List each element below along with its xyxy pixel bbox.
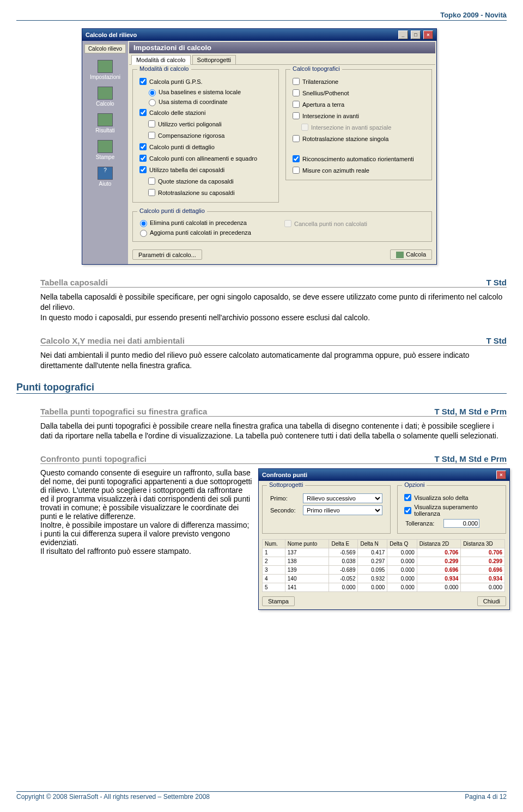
chk-rototraslazione-singola[interactable]: Rototraslazione stazione singola bbox=[290, 133, 427, 144]
select-primo[interactable]: Rilievo successivo bbox=[303, 493, 382, 503]
heading-punti-topografici: Punti topografici bbox=[16, 382, 507, 394]
chk-punti-dettaglio[interactable]: Calcolo punti di dettaglio bbox=[137, 142, 274, 152]
screenshot-calcolo-rilievo: Calcolo del rilievo _ □ × Calcolo riliev… bbox=[82, 28, 507, 265]
settings-icon bbox=[98, 60, 113, 73]
chk-intersezione-avanti[interactable]: Intersezione in avanti bbox=[290, 111, 427, 121]
chk-apertura-terra[interactable]: Apertura a terra bbox=[290, 99, 427, 109]
group-legend: Sottoprogetti bbox=[267, 481, 305, 488]
chk-riconoscimento[interactable]: Riconoscimento automatico riorientamenti bbox=[290, 154, 427, 164]
chk-rototraslazione[interactable]: Rototraslazione su caposaldi bbox=[146, 187, 274, 198]
chk-calcola-gps[interactable]: Calcola punti G.P.S. bbox=[137, 76, 274, 87]
window-title: Calcolo del rilievo bbox=[86, 32, 137, 38]
group-opzioni: Opzioni Visualizza solo delta Visualizza… bbox=[397, 485, 506, 534]
col-d2d[interactable]: Distanza 2D bbox=[417, 540, 461, 548]
table-row[interactable]: 4140-0.0520.9320.0000.9340.934 bbox=[263, 575, 505, 583]
col-dn[interactable]: Delta N bbox=[358, 540, 387, 548]
group-punti-dettaglio: Calcolo punti di dettaglio Elimina punti… bbox=[132, 211, 432, 242]
col-nome[interactable]: Nome punto bbox=[285, 540, 329, 548]
window-titlebar[interactable]: Calcolo del rilievo _ □ × bbox=[82, 29, 436, 41]
sidebar-item-impostazioni[interactable]: Impostazioni bbox=[86, 59, 124, 80]
print-icon bbox=[98, 140, 113, 153]
label-primo: Primo: bbox=[270, 495, 303, 502]
sidebar-item-risultati[interactable]: Risultati bbox=[86, 112, 124, 133]
results-icon bbox=[98, 113, 113, 126]
radio-sistema-coord[interactable]: Usa sistema di coordinate bbox=[146, 97, 274, 106]
chk-cancella-non-calcolati: Cancella punti non calcolati bbox=[282, 218, 427, 229]
table-row[interactable]: 1137-0.5690.4170.0000.7060.706 bbox=[263, 548, 505, 557]
window-buttons: _ □ × bbox=[397, 30, 433, 39]
chk-intersezione-spaziale: Intersezione in avanti spaziale bbox=[299, 122, 427, 132]
btn-chiudi[interactable]: Chiudi bbox=[477, 596, 506, 606]
chk-trilaterazione[interactable]: Trilaterazione bbox=[290, 76, 427, 87]
sidebar-item-aiuto[interactable]: ?Aiuto bbox=[86, 166, 124, 187]
help-icon: ? bbox=[98, 167, 113, 180]
result-table: Num. Nome punto Delta E Delta N Delta Q … bbox=[262, 539, 505, 592]
label-secondo: Secondo: bbox=[270, 507, 303, 514]
group-legend: Modalità di calcolo bbox=[137, 65, 191, 72]
dialog-confronto-punti: Confronto punti × Sottoprogetti Primo: R… bbox=[258, 468, 510, 610]
heading-calcolo-xy: Calcolo X,Y media nei dati ambientaliT S… bbox=[40, 336, 507, 346]
sidebar-item-stampe[interactable]: Stampe bbox=[86, 139, 124, 160]
maximize-button[interactable]: □ bbox=[411, 30, 421, 39]
heading-tabella-punti: Tabella punti topografici su finestra gr… bbox=[40, 407, 507, 417]
chk-visualizza-tolleranza[interactable]: Visualizza superamento tolleranza bbox=[402, 504, 501, 517]
col-d3d[interactable]: Distanza 3D bbox=[461, 540, 505, 548]
table-row[interactable]: 21380.0380.2970.0000.2990.299 bbox=[263, 557, 505, 566]
table-row[interactable]: 3139-0.6890.0950.0000.6960.696 bbox=[263, 566, 505, 575]
chk-allineamenti-squadro[interactable]: Calcolo punti con allineamenti e squadro bbox=[137, 153, 274, 163]
calc-icon bbox=[98, 87, 113, 100]
close-button[interactable]: × bbox=[423, 30, 433, 39]
window-titlebar[interactable]: Confronto punti × bbox=[259, 469, 509, 481]
group-legend: Calcolo punti di dettaglio bbox=[137, 207, 207, 214]
tab-bar: Modalità di calcolo Sottoprogetti bbox=[129, 54, 435, 65]
heading-confronto-punti: Confronto punti topograficiT Std, M Std … bbox=[40, 454, 507, 464]
btn-stampa[interactable]: Stampa bbox=[262, 596, 295, 606]
sidebar: Calcolo rilievo Impostazioni Calcolo Ris… bbox=[82, 41, 128, 264]
chk-visualizza-delta[interactable]: Visualizza solo delta bbox=[402, 492, 501, 503]
close-button[interactable]: × bbox=[496, 471, 506, 479]
doc-header: Topko 2009 - Novità bbox=[16, 11, 507, 21]
table-row[interactable]: 51410.0000.0000.0000.0000.000 bbox=[263, 583, 505, 592]
col-de[interactable]: Delta E bbox=[329, 540, 358, 548]
btn-parametri-calcolo[interactable]: Parametri di calcolo... bbox=[132, 249, 202, 260]
col-num[interactable]: Num. bbox=[263, 540, 285, 548]
badge-tstd: T Std bbox=[486, 278, 507, 287]
input-tolleranza[interactable] bbox=[443, 519, 479, 528]
radio-aggiorna-punti[interactable]: Aggiorna punti calcolati in precedenza bbox=[137, 228, 282, 237]
chk-snellius[interactable]: Snellius/Pothenot bbox=[290, 88, 427, 98]
body-text: Nei dati ambientali il punto medio del r… bbox=[40, 350, 507, 371]
minimize-button[interactable]: _ bbox=[398, 30, 408, 39]
chk-tabella-caposaldi[interactable]: Utilizzo tabella dei caposaldi bbox=[137, 164, 274, 175]
badge-version: T Std, M Std e Prm bbox=[434, 407, 507, 416]
col-dq[interactable]: Delta Q bbox=[387, 540, 417, 548]
heading-tabella-caposaldi: Tabella caposaldiT Std bbox=[40, 278, 507, 288]
label-tolleranza: Tolleranza: bbox=[405, 520, 443, 527]
chk-quote-stazione[interactable]: Quote stazione da caposaldi bbox=[146, 176, 274, 186]
chk-azimuth-reale[interactable]: Misure con azimuth reale bbox=[290, 165, 427, 175]
sidebar-btn-calcolo-rilievo[interactable]: Calcolo rilievo bbox=[84, 44, 126, 53]
select-secondo[interactable]: Primo rilievo bbox=[303, 505, 382, 515]
group-legend: Opzioni bbox=[402, 481, 427, 488]
radio-elimina-punti[interactable]: Elimina punti calcolati in precedenza bbox=[137, 218, 282, 227]
footer-page: Pagina 4 di 12 bbox=[465, 793, 507, 801]
group-modalita: Modalità di calcolo Calcola punti G.P.S.… bbox=[132, 69, 279, 203]
chk-compensazione[interactable]: Compensazione rigorosa bbox=[146, 130, 274, 141]
badge-tstd: T Std bbox=[486, 336, 507, 345]
group-sottoprogetti: Sottoprogetti Primo: Rilievo successivo … bbox=[262, 485, 391, 534]
body-text: Nella tabella caposaldi è possibile spec… bbox=[40, 292, 507, 323]
inner-title: Impostazioni di calcolo bbox=[129, 42, 435, 53]
group-legend: Calcoli topografici bbox=[290, 65, 342, 72]
tab-modalita[interactable]: Modalità di calcolo bbox=[131, 55, 191, 65]
sidebar-item-calcolo[interactable]: Calcolo bbox=[86, 86, 124, 107]
footer-copyright: Copyright © 2008 SierraSoft - All rights… bbox=[16, 793, 210, 801]
chk-vertici-poligonali[interactable]: Utilizzo vertici poligonali bbox=[146, 119, 274, 129]
body-text: Dalla tabella dei punti topografici è po… bbox=[40, 421, 507, 442]
group-calcoli-topografici: Calcoli topografici Trilaterazione Snell… bbox=[285, 69, 432, 180]
calc-icon bbox=[396, 252, 404, 258]
chk-calcolo-stazioni[interactable]: Calcolo delle stazioni bbox=[137, 107, 274, 118]
badge-version: T Std, M Std e Prm bbox=[434, 454, 507, 463]
body-text-confronto: Questo comando consente di eseguire un r… bbox=[40, 468, 258, 555]
tab-sottoprogetti[interactable]: Sottoprogetti bbox=[192, 55, 236, 64]
btn-calcola[interactable]: Calcola bbox=[390, 249, 432, 260]
radio-baselines[interactable]: Usa baselines e sistema locale bbox=[146, 88, 274, 96]
